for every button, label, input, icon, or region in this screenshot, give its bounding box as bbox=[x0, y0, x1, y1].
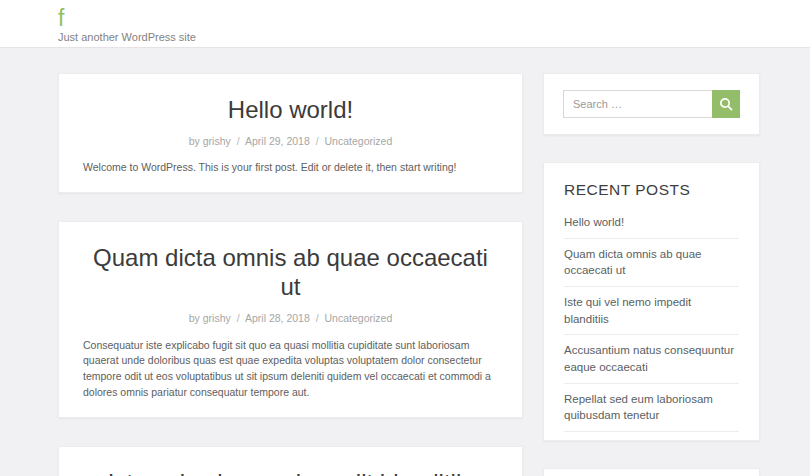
category-link[interactable]: Uncategorized bbox=[325, 135, 393, 147]
recent-posts-widget: RECENT POSTS Hello world! Quam dicta omn… bbox=[543, 162, 760, 441]
recent-post-link[interactable]: Accusantium natus consequuntur eaque occ… bbox=[564, 335, 739, 383]
search-form bbox=[563, 90, 740, 118]
site-tagline: Just another WordPress site bbox=[58, 31, 810, 43]
byline-label: by bbox=[189, 312, 200, 324]
search-icon bbox=[719, 97, 733, 111]
post-card-quam-dicta: Quam dicta omnis ab quae occaecati ut by… bbox=[58, 221, 523, 417]
sidebar: RECENT POSTS Hello world! Quam dicta omn… bbox=[543, 73, 760, 476]
meta-separator: / bbox=[316, 135, 319, 147]
post-title-link[interactable]: Iste qui vel nemo impedit blanditiis bbox=[83, 469, 498, 476]
category-link[interactable]: Uncategorized bbox=[325, 312, 393, 324]
recent-posts-list: Hello world! Quam dicta omnis ab quae oc… bbox=[564, 207, 739, 432]
post-meta: by grishy / April 29, 2018 / Uncategoriz… bbox=[83, 134, 498, 149]
post-card-hello-world: Hello world! by grishy / April 29, 2018 … bbox=[58, 73, 523, 193]
site-logo[interactable]: f bbox=[58, 6, 64, 30]
recent-post-link[interactable]: Iste qui vel nemo impedit blanditiis bbox=[564, 287, 739, 335]
post-title-link[interactable]: Hello world! bbox=[83, 96, 498, 125]
byline-label: by bbox=[189, 135, 200, 147]
site-header: f Just another WordPress site bbox=[0, 0, 810, 48]
content-area: Hello world! by grishy / April 29, 2018 … bbox=[0, 48, 810, 476]
post-excerpt: Welcome to WordPress. This is your first… bbox=[83, 160, 498, 176]
meta-separator: / bbox=[237, 312, 240, 324]
post-date-link[interactable]: April 29, 2018 bbox=[245, 135, 310, 147]
recent-posts-title: RECENT POSTS bbox=[564, 181, 739, 199]
post-date-link[interactable]: April 28, 2018 bbox=[245, 312, 310, 324]
recent-post-link[interactable]: Repellat sed eum laboriosam quibusdam te… bbox=[564, 384, 739, 432]
search-button[interactable] bbox=[712, 90, 740, 118]
post-excerpt: Consequatur iste explicabo fugit sit quo… bbox=[83, 338, 498, 401]
recent-post-link[interactable]: Quam dicta omnis ab quae occaecati ut bbox=[564, 239, 739, 287]
author-link[interactable]: grishy bbox=[203, 135, 231, 147]
posts-column: Hello world! by grishy / April 29, 2018 … bbox=[58, 73, 523, 476]
meta-separator: / bbox=[237, 135, 240, 147]
post-title-link[interactable]: Quam dicta omnis ab quae occaecati ut bbox=[83, 244, 498, 302]
author-link[interactable]: grishy bbox=[203, 312, 231, 324]
post-meta: by grishy / April 28, 2018 / Uncategoriz… bbox=[83, 311, 498, 326]
post-card-iste-qui: Iste qui vel nemo impedit blanditiis by … bbox=[58, 446, 523, 476]
recent-post-link[interactable]: Hello world! bbox=[564, 207, 739, 239]
search-input[interactable] bbox=[563, 90, 712, 118]
meta-separator: / bbox=[316, 312, 319, 324]
search-widget bbox=[543, 73, 760, 135]
recent-comments-widget: RECENT COMMENTS A WordPress Commenter on… bbox=[543, 468, 760, 476]
